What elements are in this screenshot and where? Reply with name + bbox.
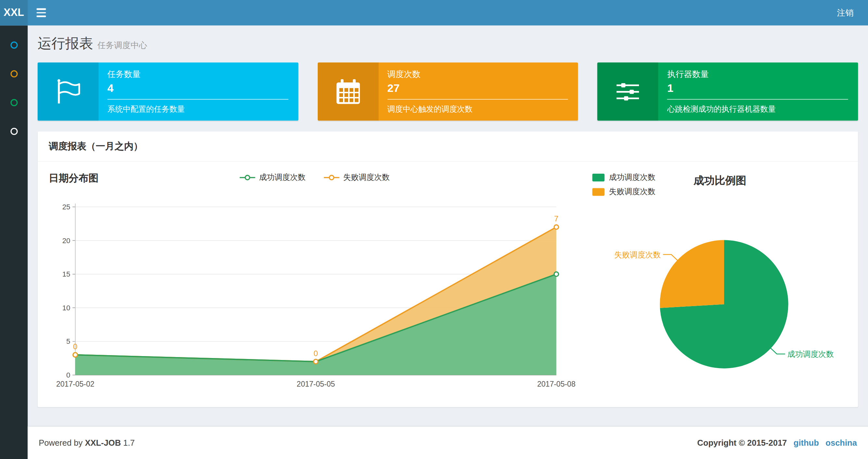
info-box-triggers: 调度次数 27 调度中心触发的调度次数 [318, 63, 578, 121]
top-navbar: XXL 注销 [0, 0, 868, 25]
pie-chart-legend: 成功调度次数 失败调度次数 [592, 170, 655, 199]
svg-text:15: 15 [62, 270, 70, 278]
report-panel-title: 调度报表（一月之内） [38, 132, 858, 162]
pie-legend-item-fail[interactable]: 失败调度次数 [592, 185, 655, 199]
sidebar-toggle-button[interactable] [28, 0, 54, 25]
success-ratio-chart[interactable]: 成功调度次数失败调度次数 [580, 169, 847, 384]
pie-legend-item-success[interactable]: 成功调度次数 [592, 170, 655, 185]
date-distribution-section: 日期分布图 成功调度次数 失败调度次数 0510152 [49, 169, 580, 394]
app-root: XXL 注销 运行报表任务调度中心 [0, 0, 868, 459]
success-ratio-section: 成功调度次数 失败调度次数 成功比例图 成功调度次数失败调度次数 [580, 169, 847, 394]
legend-label: 失败调度次数 [609, 187, 655, 197]
legend-item-fail[interactable]: 失败调度次数 [323, 173, 390, 183]
info-box-jobs: 任务数量 4 系统中配置的任务数量 [38, 63, 298, 121]
circle-icon [10, 70, 18, 77]
fail-swatch-icon [592, 188, 604, 196]
svg-text:2017-05-05: 2017-05-05 [297, 380, 335, 388]
summary-cards: 任务数量 4 系统中配置的任务数量 [28, 63, 868, 121]
circle-icon [10, 41, 18, 48]
sidebar [0, 25, 28, 459]
info-box-label: 调度次数 [387, 69, 568, 79]
sidebar-item-2[interactable] [0, 59, 28, 88]
footer: Powered by XXL-JOB 1.7 Copyright © 2015-… [28, 426, 868, 459]
info-box-value: 1 [667, 82, 848, 95]
info-box-executors: 执行器数量 1 心跳检测成功的执行器机器数量 [597, 63, 858, 121]
info-box-description: 调度中心触发的调度次数 [387, 104, 568, 114]
info-box-label: 任务数量 [107, 69, 288, 79]
product-name: XXL-JOB [85, 438, 121, 448]
line-chart-legend: 成功调度次数 失败调度次数 [49, 173, 580, 183]
legend-label: 失败调度次数 [343, 173, 390, 183]
line-marker-icon [239, 174, 256, 182]
svg-text:0: 0 [73, 342, 77, 351]
app-logo[interactable]: XXL [0, 0, 28, 25]
svg-text:失败调度次数: 失败调度次数 [614, 250, 661, 259]
info-box-value: 4 [107, 82, 288, 95]
sidebar-item-1[interactable] [0, 31, 28, 59]
powered-by: Powered by XXL-JOB 1.7 [39, 438, 135, 448]
info-box-description: 心跳检测成功的执行器机器数量 [667, 104, 848, 114]
divider [387, 99, 568, 100]
svg-text:成功调度次数: 成功调度次数 [787, 350, 834, 358]
success-swatch-icon [592, 174, 604, 182]
product-version: 1.7 [123, 438, 135, 448]
legend-label: 成功调度次数 [609, 173, 655, 183]
circle-icon [10, 128, 18, 135]
report-panel: 调度报表（一月之内） 日期分布图 成功调度次数 失败调度次数 [38, 132, 858, 407]
svg-text:0: 0 [314, 349, 318, 358]
date-distribution-chart[interactable]: 05101520252017-05-022017-05-052017-05-08… [49, 197, 580, 392]
line-marker-icon [323, 174, 340, 182]
page-header: 运行报表任务调度中心 [28, 25, 868, 59]
divider [107, 99, 288, 100]
svg-text:20: 20 [62, 237, 70, 245]
svg-text:7: 7 [554, 214, 558, 223]
hamburger-icon [36, 8, 46, 10]
svg-text:25: 25 [62, 203, 70, 211]
pie-chart-title: 成功比例图 [693, 174, 746, 188]
sidebar-item-4[interactable] [0, 117, 28, 146]
main-content: 运行报表任务调度中心 任务数量 4 系统中配置的任务数量 [28, 25, 868, 459]
copyright: Copyright © 2015-2017 [697, 438, 787, 448]
svg-text:5: 5 [66, 337, 70, 346]
svg-text:10: 10 [62, 304, 70, 312]
logout-button[interactable]: 注销 [837, 7, 854, 18]
github-link[interactable]: github [794, 438, 819, 448]
flag-icon [38, 63, 98, 121]
calendar-icon [318, 63, 378, 121]
svg-text:2017-05-08: 2017-05-08 [537, 380, 576, 388]
info-box-value: 27 [387, 82, 568, 95]
sidebar-item-3[interactable] [0, 88, 28, 117]
svg-text:2017-05-02: 2017-05-02 [56, 380, 95, 388]
divider [667, 99, 848, 100]
oschina-link[interactable]: oschina [826, 438, 857, 448]
legend-label: 成功调度次数 [259, 173, 306, 183]
info-box-label: 执行器数量 [667, 69, 848, 79]
sliders-icon [597, 63, 658, 121]
page-title: 运行报表 [38, 35, 93, 51]
circle-icon [10, 99, 18, 106]
legend-item-success[interactable]: 成功调度次数 [239, 173, 305, 183]
page-subtitle: 任务调度中心 [97, 40, 147, 50]
svg-text:0: 0 [66, 371, 70, 379]
info-box-description: 系统中配置的任务数量 [107, 104, 288, 114]
